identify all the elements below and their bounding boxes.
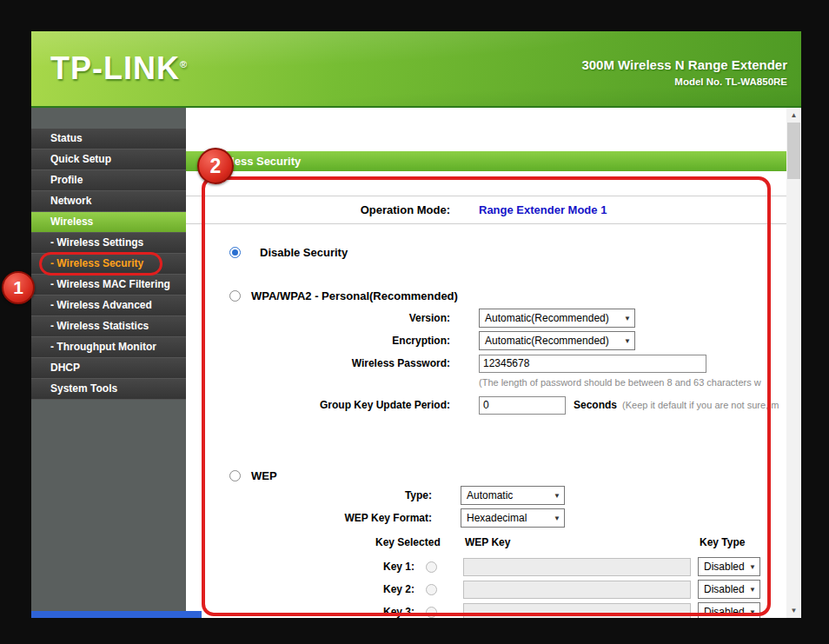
- product-name: 300M Wireless N Range Extender: [581, 57, 787, 72]
- wep-key2-row: Key 2: Disabled ▼: [186, 580, 786, 599]
- encryption-label: Encryption:: [186, 335, 450, 347]
- chevron-down-icon: ▼: [749, 563, 756, 571]
- wep-format-row: WEP Key Format: Hexadecimal ▼: [186, 508, 786, 528]
- version-label: Version:: [186, 312, 450, 324]
- key2-type-select[interactable]: Disabled ▼: [698, 580, 760, 599]
- chevron-down-icon: ▼: [624, 337, 631, 345]
- sidebar-item-profile[interactable]: Profile: [31, 170, 186, 191]
- wpa-radio[interactable]: [229, 290, 241, 302]
- sidebar-item-system-tools[interactable]: System Tools: [31, 379, 186, 400]
- version-selected-value: Automatic(Recommended): [485, 312, 609, 324]
- disable-security-row: Disable Security: [186, 243, 786, 261]
- wep-row: WEP: [186, 467, 786, 484]
- chevron-down-icon: ▼: [554, 492, 560, 500]
- wep-key1-row: Key 1: Disabled ▼: [186, 557, 786, 576]
- sidebar-item-status[interactable]: Status: [31, 129, 186, 149]
- sidebar-item-dhcp[interactable]: DHCP: [31, 358, 186, 379]
- password-hint-row: (The length of password should be betwee…: [186, 376, 786, 388]
- disable-security-radio[interactable]: [229, 247, 241, 258]
- tplink-logo: TP-LINK®: [50, 50, 188, 87]
- sidebar: Status Quick Setup Profile Network Wirel…: [31, 108, 186, 618]
- sidebar-item-quick-setup[interactable]: Quick Setup: [31, 149, 186, 170]
- chevron-down-icon: ▼: [749, 586, 756, 594]
- key3-label: Key 3:: [186, 606, 414, 618]
- key3-radio[interactable]: [426, 607, 437, 618]
- chevron-down-icon: ▼: [554, 515, 560, 522]
- encryption-row: Encryption: Automatic(Recommended) ▼: [186, 331, 786, 350]
- key3-type-value: Disabled: [704, 606, 745, 618]
- encryption-select[interactable]: Automatic(Recommended) ▼: [479, 331, 635, 350]
- operation-mode-label: Operation Mode:: [186, 203, 450, 216]
- sidebar-item-throughput-monitor[interactable]: - Throughput Monitor: [31, 337, 186, 358]
- sidebar-item-wireless-statistics[interactable]: - Wireless Statistics: [31, 316, 186, 337]
- key2-label: Key 2:: [186, 583, 414, 595]
- col-wep-key: WEP Key: [465, 536, 510, 548]
- wep-type-selected-value: Automatic: [467, 489, 513, 501]
- wep-format-label: WEP Key Format:: [186, 512, 432, 524]
- key1-input[interactable]: [463, 558, 691, 576]
- wep-type-row: Type: Automatic ▼: [186, 486, 786, 505]
- wpa-row: WPA/WPA2 - Personal(Recommended): [186, 287, 786, 304]
- wep-table-header: Key Selected WEP Key Key Type: [186, 536, 786, 550]
- annotation-step-2-badge: 2: [197, 148, 234, 184]
- bottom-edge-strip: [31, 611, 202, 618]
- wireless-password-input[interactable]: [479, 355, 706, 373]
- sidebar-item-wireless-mac-filtering[interactable]: - Wireless MAC Filtering: [31, 275, 186, 295]
- wep-format-select[interactable]: Hexadecimal ▼: [461, 508, 565, 528]
- version-row: Version: Automatic(Recommended) ▼: [186, 309, 786, 328]
- wep-radio[interactable]: [229, 470, 241, 481]
- version-select[interactable]: Automatic(Recommended) ▼: [479, 309, 635, 328]
- col-key-type: Key Type: [700, 536, 745, 548]
- key2-radio[interactable]: [426, 584, 437, 595]
- scrollbar-thumb[interactable]: [787, 123, 800, 179]
- scroll-up-button[interactable]: ▲: [786, 108, 801, 123]
- group-key-input[interactable]: [479, 396, 566, 415]
- wep-label: WEP: [251, 469, 277, 482]
- sidebar-item-wireless-advanced[interactable]: - Wireless Advanced: [31, 295, 186, 316]
- key2-input[interactable]: [463, 581, 691, 599]
- sidebar-item-wireless-settings[interactable]: - Wireless Settings: [31, 233, 186, 254]
- key1-type-select[interactable]: Disabled ▼: [698, 557, 760, 576]
- header: TP-LINK® 300M Wireless N Range Extender …: [31, 31, 801, 108]
- wireless-password-label: Wireless Password:: [186, 357, 450, 369]
- chevron-down-icon: ▼: [749, 608, 756, 616]
- key1-type-value: Disabled: [704, 561, 745, 573]
- key1-label: Key 1:: [186, 561, 414, 573]
- encryption-selected-value: Automatic(Recommended): [485, 335, 609, 347]
- wep-type-select[interactable]: Automatic ▼: [461, 486, 565, 505]
- model-number: Model No. TL-WA850RE: [581, 76, 787, 87]
- sidebar-item-wireless[interactable]: Wireless: [31, 212, 186, 233]
- seconds-label: Seconds: [574, 399, 617, 411]
- wireless-security-form: Operation Mode: Range Extender Mode 1 Di…: [186, 171, 786, 618]
- wep-key3-row: Key 3: Disabled ▼: [186, 602, 786, 618]
- operation-mode-row: Operation Mode: Range Extender Mode 1: [186, 196, 786, 224]
- header-product-info: 300M Wireless N Range Extender Model No.…: [581, 57, 787, 87]
- sidebar-item-wireless-security[interactable]: - Wireless Security: [31, 254, 186, 275]
- annotation-step-1-badge: 1: [2, 271, 35, 304]
- page-title: Wireless Security: [186, 151, 786, 171]
- col-key-selected: Key Selected: [375, 536, 441, 548]
- disable-security-label: Disable Security: [260, 246, 348, 259]
- wpa-label: WPA/WPA2 - Personal(Recommended): [251, 289, 458, 302]
- wep-format-selected-value: Hexadecimal: [467, 512, 527, 524]
- wireless-password-row: Wireless Password:: [186, 354, 786, 373]
- scroll-down-button[interactable]: ▼: [786, 603, 801, 618]
- key1-radio[interactable]: [426, 561, 437, 573]
- registered-mark: ®: [180, 59, 188, 70]
- key3-input[interactable]: [463, 603, 691, 619]
- wep-type-label: Type:: [186, 489, 432, 501]
- main-content: Wireless Security Operation Mode: Range …: [186, 108, 786, 618]
- router-admin-page: TP-LINK® 300M Wireless N Range Extender …: [31, 31, 801, 618]
- sidebar-item-network[interactable]: Network: [31, 191, 186, 212]
- password-hint: (The length of password should be betwee…: [479, 377, 761, 388]
- group-key-hint: (Keep it default if you are not sure, m: [622, 400, 779, 410]
- chevron-down-icon: ▼: [624, 315, 631, 322]
- group-key-row: Group Key Update Period: Seconds (Keep i…: [186, 395, 786, 415]
- operation-mode-value: Range Extender Mode 1: [479, 203, 607, 216]
- sidebar-menu: Status Quick Setup Profile Network Wirel…: [31, 108, 186, 400]
- key3-type-select[interactable]: Disabled ▼: [698, 602, 760, 618]
- key2-type-value: Disabled: [704, 583, 745, 595]
- group-key-label: Group Key Update Period:: [186, 399, 450, 411]
- logo-text: TP-LINK: [50, 50, 180, 86]
- vertical-scrollbar: ▲ ▼: [786, 108, 801, 618]
